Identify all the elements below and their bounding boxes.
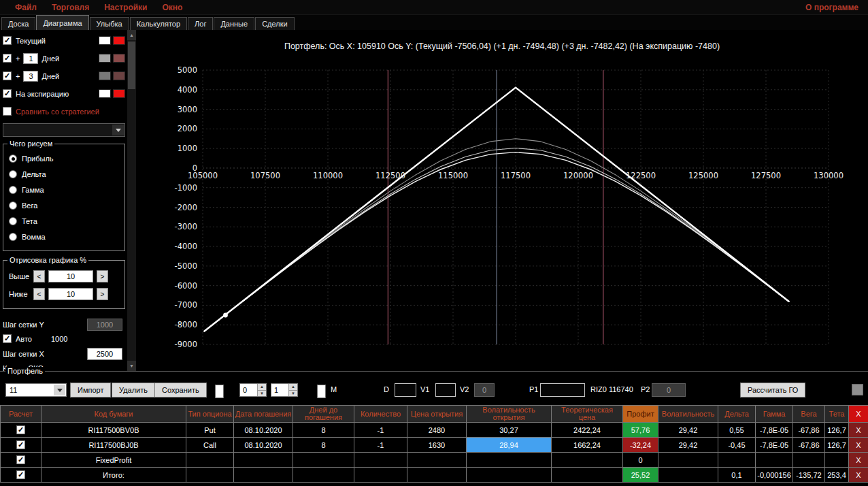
v2-input[interactable]: 0 <box>474 383 495 397</box>
below-percent-input[interactable]: 10 <box>48 288 93 300</box>
x-tick-label: 112500 <box>375 171 405 180</box>
row-checkbox[interactable] <box>16 440 25 449</box>
tab-4[interactable]: Лог <box>188 17 213 30</box>
color-swatch[interactable] <box>99 71 111 80</box>
row-checkbox[interactable] <box>16 455 25 464</box>
above-increase-button[interactable]: > <box>97 270 108 282</box>
series-swatches <box>97 89 125 98</box>
tab-6[interactable]: Сделки <box>255 17 295 30</box>
draw-option-5[interactable]: Вомма <box>9 232 119 241</box>
code-cell: Итого: <box>41 468 186 483</box>
column-header-8[interactable]: Теоретическая цена <box>552 406 623 423</box>
auto-checkbox[interactable] <box>3 334 12 343</box>
grid-y-input[interactable]: 1000 <box>87 319 122 331</box>
draw-option-0[interactable]: Прибыль <box>9 154 119 163</box>
series-checkbox[interactable] <box>3 36 12 45</box>
above-decrease-button[interactable]: < <box>33 270 45 282</box>
draw-option-1[interactable]: Дельта <box>9 169 119 178</box>
column-header-5[interactable]: Количество <box>354 406 407 423</box>
tab-5[interactable]: Данные <box>214 17 254 30</box>
column-header-12[interactable]: Гамма <box>756 406 793 423</box>
compare-checkbox[interactable] <box>3 107 12 116</box>
draw-option-2[interactable]: Гамма <box>9 185 119 194</box>
draw-option-3[interactable]: Вега <box>9 201 119 210</box>
about-menu-item[interactable]: О программе <box>805 3 858 12</box>
column-header-0[interactable]: Расчет <box>1 406 41 423</box>
scroll-down-icon[interactable]: ▼ <box>127 361 136 371</box>
column-header-9[interactable]: Профит <box>623 406 658 423</box>
menu-item-2[interactable]: Настройки <box>104 3 147 12</box>
menu-item-3[interactable]: Окно <box>162 3 182 12</box>
column-header-14[interactable]: Тета <box>825 406 849 423</box>
color-swatch[interactable] <box>99 54 111 63</box>
remove-row-button[interactable]: X <box>849 438 868 453</box>
spinner-arrows-icon[interactable]: ▲▼ <box>288 384 297 396</box>
below-increase-button[interactable]: > <box>97 288 108 300</box>
calc-cell <box>1 438 41 453</box>
unlabeled-checkbox[interactable] <box>215 385 224 398</box>
draw-option-4[interactable]: Тета <box>9 216 119 225</box>
m-label: М <box>331 385 337 393</box>
import-button[interactable]: Импорт <box>70 383 111 398</box>
m-checkbox[interactable] <box>317 385 326 398</box>
remove-row-button[interactable]: X <box>849 423 868 438</box>
column-header-2[interactable]: Тип опциона <box>186 406 234 423</box>
column-header-10[interactable]: Волатильность <box>658 406 718 423</box>
spinner-2[interactable]: 1 ▲▼ <box>271 383 298 397</box>
column-header-6[interactable]: Цена открытия <box>407 406 467 423</box>
tab-3[interactable]: Калькулятор <box>130 17 187 30</box>
grid-x-input[interactable]: 2500 <box>87 348 122 360</box>
delete-button[interactable]: Удалить <box>112 383 155 398</box>
type-cell <box>186 453 234 468</box>
tab-1[interactable]: Диаграмма <box>36 15 88 30</box>
sidebar-scrollbar[interactable]: ▲ ▼ <box>127 30 136 371</box>
column-header-3[interactable]: Дата погашения <box>234 406 293 423</box>
days-input[interactable]: 1 <box>23 53 38 64</box>
chevron-down-icon[interactable] <box>112 125 124 135</box>
gamma-cell: -7,8E-05 <box>756 438 793 453</box>
scroll-up-icon[interactable]: ▲ <box>127 30 136 40</box>
color-swatch[interactable] <box>113 54 125 63</box>
column-header-4[interactable]: Дней до погашения <box>293 406 354 423</box>
positions-table: РасчетКод бумагиТип опционаДата погашени… <box>0 405 868 483</box>
save-button[interactable]: Сохранить <box>154 383 207 398</box>
row-checkbox[interactable] <box>16 470 25 479</box>
menu-item-0[interactable]: Файл <box>15 3 37 12</box>
portfolio-selector[interactable]: 11 <box>5 383 67 397</box>
color-swatch[interactable] <box>113 89 125 98</box>
color-swatch[interactable] <box>99 36 111 45</box>
strategy-dropdown[interactable] <box>3 123 125 137</box>
remove-row-button[interactable]: X <box>849 468 868 483</box>
calc-go-button[interactable]: Рассчитать ГО <box>740 383 805 398</box>
series-checkbox[interactable] <box>3 54 12 63</box>
column-header-1[interactable]: Код бумаги <box>41 406 186 423</box>
series-toggle-row-1: +1Дней <box>3 52 125 64</box>
column-header-13[interactable]: Вега <box>793 406 825 423</box>
color-swatch[interactable] <box>113 36 125 45</box>
menu-item-1[interactable]: Торговля <box>52 3 89 12</box>
grid-auto-row: Авто 1000 <box>3 334 125 343</box>
row-checkbox[interactable] <box>16 425 25 434</box>
tab-0[interactable]: Доска <box>1 17 35 30</box>
remove-row-button[interactable]: X <box>849 453 868 468</box>
above-percent-input[interactable]: 10 <box>48 270 93 282</box>
color-swatch[interactable] <box>99 89 111 98</box>
p1-input[interactable] <box>540 383 585 397</box>
d-input[interactable] <box>395 383 416 397</box>
y-tick-label: -6000 <box>175 281 197 291</box>
v1-input[interactable] <box>435 383 456 397</box>
days-input[interactable]: 3 <box>23 71 38 82</box>
below-decrease-button[interactable]: < <box>33 288 45 300</box>
spinner-arrows-icon[interactable]: ▲▼ <box>257 384 266 396</box>
p2-input[interactable]: 0 <box>652 383 686 397</box>
scrollbar-thumb[interactable] <box>128 42 135 89</box>
column-header-15[interactable]: X <box>849 406 868 423</box>
color-swatch[interactable] <box>113 71 125 80</box>
column-header-7[interactable]: Волатильность открытия <box>467 406 552 423</box>
column-header-11[interactable]: Дельта <box>718 406 756 423</box>
tab-2[interactable]: Улыбка <box>90 17 129 30</box>
series-checkbox[interactable] <box>3 71 12 80</box>
chevron-down-icon[interactable] <box>54 385 65 395</box>
series-checkbox[interactable] <box>3 89 12 98</box>
spinner-1[interactable]: 0 ▲▼ <box>239 383 267 397</box>
